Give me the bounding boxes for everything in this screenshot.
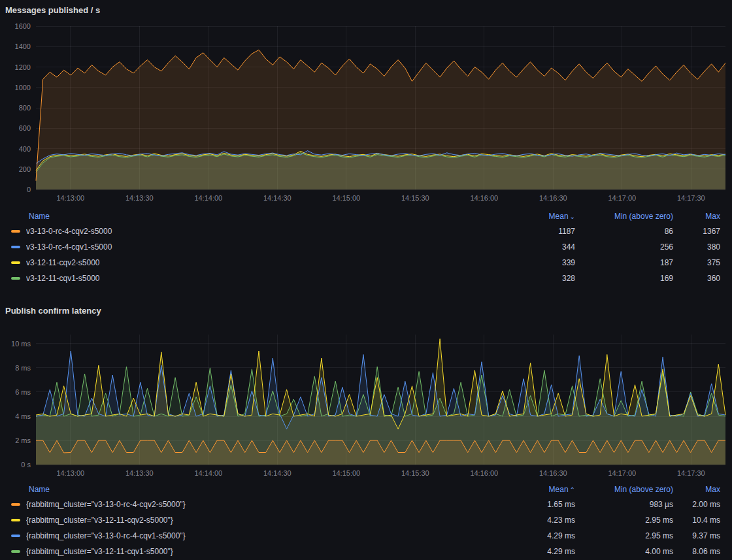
panel-title[interactable]: Publish confirm latency xyxy=(0,301,732,320)
y-axis-label: 6 ms xyxy=(15,388,31,396)
legend-max-value: 9.37 ms xyxy=(673,531,720,540)
series-color-swatch[interactable] xyxy=(11,519,20,521)
y-axis-label: 8 ms xyxy=(15,364,31,372)
series-name[interactable]: v3-12-11-cqv2-s5000 xyxy=(26,258,497,267)
legend-header-min[interactable]: Min (above zero) xyxy=(575,212,673,221)
legend-max-value: 375 xyxy=(673,258,720,267)
legend-row[interactable]: v3-13-0-rc-4-cqv1-s5000344256380 xyxy=(0,239,732,255)
legend-header-mean[interactable]: Mean⌃ xyxy=(497,485,575,494)
x-axis-label: 14:16:30 xyxy=(539,194,567,202)
legend-min-value: 187 xyxy=(575,258,673,267)
x-axis-label: 14:16:00 xyxy=(470,194,498,202)
legend-min-value: 2.95 ms xyxy=(575,531,673,540)
series-name[interactable]: {rabbitmq_cluster="v3-13-0-rc-4-cqv1-s50… xyxy=(26,531,497,540)
series-color-swatch[interactable] xyxy=(11,550,20,553)
legend-min-value: 2.95 ms xyxy=(575,516,673,525)
legend-header-max[interactable]: Max xyxy=(673,212,720,221)
x-axis-label: 14:17:00 xyxy=(608,469,636,477)
y-axis-label: 4 ms xyxy=(15,412,31,420)
x-axis-label: 14:17:30 xyxy=(677,469,705,477)
legend-header-min[interactable]: Min (above zero) xyxy=(575,485,673,494)
sort-caret-icon: ⌃ xyxy=(570,486,575,493)
series-name[interactable]: {rabbitmq_cluster="v3-13-0-rc-4-cqv2-s50… xyxy=(26,500,497,509)
legend-min-value: 4.00 ms xyxy=(575,547,673,556)
series-color-swatch[interactable] xyxy=(11,230,20,233)
legend-mean-value: 4.29 ms xyxy=(497,531,575,540)
y-axis-label: 0 s xyxy=(21,461,31,469)
legend-max-value: 2.00 ms xyxy=(673,500,720,509)
legend-header-mean[interactable]: Mean⌄ xyxy=(497,212,575,221)
series-name[interactable]: v3-13-0-rc-4-cqv1-s5000 xyxy=(26,242,497,252)
messages-published-chart[interactable]: 0200400600800100012001400160014:13:0014:… xyxy=(0,20,732,208)
x-axis-label: 14:13:00 xyxy=(56,469,84,477)
legend-table: Name Mean⌄ Min (above zero) Max v3-13-0-… xyxy=(0,209,732,286)
y-axis-label: 2 ms xyxy=(15,436,31,444)
x-axis-label: 14:14:00 xyxy=(194,469,222,477)
x-axis-label: 14:14:30 xyxy=(263,469,291,477)
legend-header-max[interactable]: Max xyxy=(673,485,720,494)
legend-min-value: 256 xyxy=(575,242,673,252)
y-axis-label: 1000 xyxy=(15,84,31,91)
y-axis-label: 0 xyxy=(27,186,31,193)
legend-table: Name Mean⌃ Min (above zero) Max {rabbitm… xyxy=(0,482,732,559)
y-axis-label: 1200 xyxy=(15,63,31,71)
legend-row[interactable]: {rabbitmq_cluster="v3-13-0-rc-4-cqv1-s50… xyxy=(0,528,732,544)
legend-max-value: 8.06 ms xyxy=(673,547,720,556)
legend-mean-value: 4.29 ms xyxy=(497,547,575,556)
x-axis-label: 14:16:30 xyxy=(539,469,567,477)
legend-row[interactable]: {rabbitmq_cluster="v3-12-11-cqv2-s5000"}… xyxy=(0,512,732,528)
legend-row[interactable]: {rabbitmq_cluster="v3-12-11-cqv1-s5000"}… xyxy=(0,544,732,559)
legend-row[interactable]: v3-12-11-cqv2-s5000339187375 xyxy=(0,255,732,271)
panel-messages-published: Messages published / s 02004006008001000… xyxy=(0,0,732,286)
legend-row[interactable]: v3-12-11-cqv1-s5000328169360 xyxy=(0,271,732,286)
legend-mean-value: 1187 xyxy=(497,227,575,236)
x-axis-label: 14:15:00 xyxy=(332,194,360,202)
legend-row[interactable]: {rabbitmq_cluster="v3-13-0-rc-4-cqv2-s50… xyxy=(0,497,732,512)
series-color-swatch[interactable] xyxy=(11,246,20,248)
legend-max-value: 360 xyxy=(673,274,720,283)
series-name[interactable]: v3-13-0-rc-4-cqv2-s5000 xyxy=(26,227,497,236)
x-axis-label: 14:13:00 xyxy=(56,194,84,202)
x-axis-label: 14:14:00 xyxy=(194,194,222,202)
legend-min-value: 86 xyxy=(575,227,673,236)
legend-max-value: 10.4 ms xyxy=(673,516,720,525)
y-axis-label: 10 ms xyxy=(11,340,31,348)
x-axis-label: 14:15:30 xyxy=(401,194,429,202)
y-axis-label: 1600 xyxy=(15,22,31,30)
legend-header: Name Mean⌃ Min (above zero) Max xyxy=(0,482,732,497)
legend-mean-value: 328 xyxy=(497,274,575,283)
legend-min-value: 983 µs xyxy=(575,500,673,509)
legend-header: Name Mean⌄ Min (above zero) Max xyxy=(0,209,732,223)
y-axis-label: 1400 xyxy=(15,42,31,50)
x-axis-label: 14:14:30 xyxy=(263,194,291,202)
legend-min-value: 169 xyxy=(575,274,673,283)
legend-mean-value: 344 xyxy=(497,242,575,252)
series-color-swatch[interactable] xyxy=(11,277,20,280)
panel-publish-confirm-latency: Publish confirm latency 0 s2 ms4 ms6 ms8… xyxy=(0,301,732,559)
series-name[interactable]: {rabbitmq_cluster="v3-12-11-cqv1-s5000"} xyxy=(26,547,497,556)
series-name[interactable]: {rabbitmq_cluster="v3-12-11-cqv2-s5000"} xyxy=(26,516,497,525)
x-axis-label: 14:17:00 xyxy=(608,194,636,202)
series-color-swatch[interactable] xyxy=(11,261,20,264)
legend-rows: v3-13-0-rc-4-cqv2-s50001187861367v3-13-0… xyxy=(0,223,732,286)
series-color-swatch[interactable] xyxy=(11,535,20,537)
grafana-dashboard: Messages published / s 02004006008001000… xyxy=(0,0,732,559)
series-color-swatch[interactable] xyxy=(11,503,20,506)
panel-title[interactable]: Messages published / s xyxy=(0,0,732,20)
y-axis-label: 600 xyxy=(19,124,31,132)
legend-header-name[interactable]: Name xyxy=(0,485,497,494)
series-name[interactable]: v3-12-11-cqv1-s5000 xyxy=(26,274,497,283)
legend-row[interactable]: v3-13-0-rc-4-cqv2-s50001187861367 xyxy=(0,223,732,239)
x-axis-label: 14:15:00 xyxy=(332,469,360,477)
publish-confirm-latency-chart[interactable]: 0 s2 ms4 ms6 ms8 ms10 ms14:13:0014:13:30… xyxy=(0,320,732,481)
x-axis-label: 14:13:30 xyxy=(125,469,154,477)
legend-mean-value: 1.65 ms xyxy=(497,500,575,509)
sort-caret-icon: ⌄ xyxy=(570,213,575,220)
legend-mean-value: 4.23 ms xyxy=(497,516,575,525)
y-axis-label: 400 xyxy=(19,145,31,153)
y-axis-label: 200 xyxy=(19,165,31,173)
legend-rows: {rabbitmq_cluster="v3-13-0-rc-4-cqv2-s50… xyxy=(0,497,732,559)
y-axis-label: 800 xyxy=(19,104,31,112)
legend-header-name[interactable]: Name xyxy=(0,212,497,221)
x-axis-label: 14:16:00 xyxy=(470,469,498,477)
